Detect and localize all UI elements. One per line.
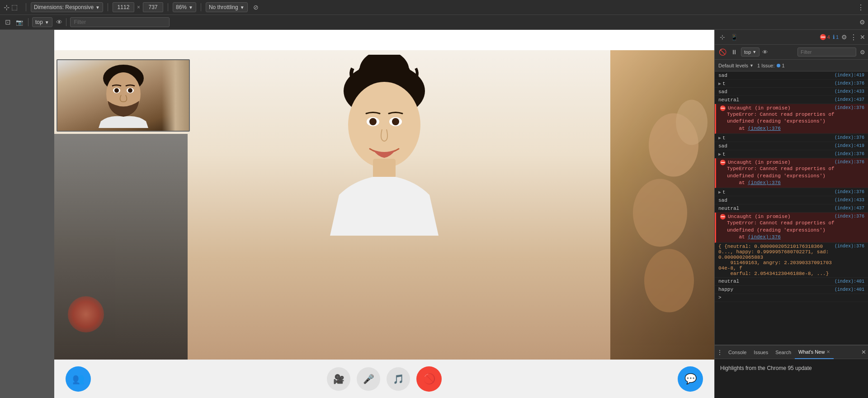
control-bar: 👥 🎥 🎤 🎵 🚫	[54, 360, 714, 398]
devtools-close-icon[interactable]: ✕	[860, 33, 865, 41]
visibility-icon[interactable]: 👁	[762, 49, 768, 56]
error-detail-link-2[interactable]: (index):376	[748, 180, 781, 185]
console-line: sad (index):419	[715, 71, 868, 80]
cache-icon[interactable]: ⊘	[253, 4, 259, 11]
whats-new-highlight-text: Highlights from the Chrome 95 update	[720, 365, 812, 371]
tab-issues[interactable]: Issues	[750, 346, 772, 359]
console-output[interactable]: sad (index):419 ▶ t (index):376 sad (ind…	[715, 71, 868, 345]
clear-console-icon[interactable]: 🚫	[717, 47, 727, 57]
inspect-icon[interactable]: ⬚	[11, 3, 18, 11]
whats-new-close-icon[interactable]: ×	[826, 348, 830, 355]
console-link[interactable]: (index):376	[835, 135, 864, 140]
more-options-icon[interactable]: ⋮	[857, 3, 864, 12]
console-error-link[interactable]: (index):376	[835, 105, 864, 110]
settings-icon[interactable]: ⚙	[859, 19, 865, 26]
console-line: ▶ t (index):376	[715, 150, 868, 158]
console-link[interactable]: (index):433	[835, 198, 864, 203]
svg-point-5	[369, 118, 377, 125]
zoom-dropdown[interactable]: 86% ▼	[173, 2, 196, 12]
error-detail-link-3[interactable]: (index):376	[748, 234, 781, 240]
expand-arrow-icon[interactable]: ▶	[718, 190, 721, 195]
console-link[interactable]: (index):376	[835, 81, 864, 86]
console-line: neutral (index):437	[715, 96, 868, 104]
top-position-dropdown[interactable]: top ▼	[741, 47, 760, 57]
position-label: top	[35, 19, 43, 25]
error-indicator[interactable]: ⛔ 4	[820, 34, 830, 40]
expand-arrow-icon[interactable]: ▶	[718, 81, 721, 86]
dimension-x-separator: ×	[137, 4, 140, 10]
tab-console[interactable]: Console	[725, 346, 750, 359]
console-line: ▶ t (index):376	[715, 134, 868, 142]
console-error-header-2: ⛔ Uncaught (in promise) (index):376	[720, 160, 864, 166]
end-call-button[interactable]: 🚫	[416, 366, 442, 392]
add-user-button[interactable]: 👥	[66, 366, 91, 392]
console-levels-bar: Default levels ▼ 1 Issue: 1	[715, 60, 868, 71]
svg-point-9	[633, 179, 687, 247]
warning-indicator[interactable]: ℹ 1	[833, 34, 839, 40]
console-settings-icon[interactable]: ⚙	[860, 49, 865, 56]
console-link[interactable]: (index):376	[835, 190, 864, 194]
capture-screenshot-icon[interactable]: 📷	[14, 17, 24, 27]
camera-button[interactable]: 🎥	[327, 367, 350, 391]
whats-new-content: Highlights from the Chrome 95 update	[715, 359, 868, 376]
expand-arrow-icon[interactable]: ▶	[718, 135, 721, 141]
console-toolbar: 🚫 ⏸ top ▼ 👁 ⚙	[715, 45, 868, 60]
mic-button[interactable]: 🎤	[357, 367, 380, 391]
console-error-link-3[interactable]: (index):376	[835, 214, 864, 219]
console-link[interactable]: (index):401	[835, 287, 864, 292]
height-input[interactable]	[143, 2, 163, 12]
issue-indicator[interactable]: 1 Issue: 1	[757, 63, 785, 68]
stop-on-uncaught-icon[interactable]: ⏸	[729, 47, 739, 57]
console-link[interactable]: (index):376	[835, 152, 864, 156]
add-user-icon: 👥	[72, 373, 85, 385]
console-link[interactable]: (index):433	[835, 89, 864, 94]
toolbar-left-icons: ⊹ ⬚	[4, 3, 18, 12]
console-line: sad (index):433	[715, 196, 868, 204]
mic-icon: 🎤	[363, 374, 374, 384]
console-link[interactable]: (index):401	[835, 279, 864, 284]
eye-icon[interactable]: 👁	[56, 19, 62, 26]
responsive-toolbar: ⊹ ⬚ Dimensions: Responsive ▼ × 86% ▼ No …	[0, 0, 868, 15]
console-error-detail-2: TypeError: Cannot read properties of und…	[720, 166, 864, 186]
object-link[interactable]: (index):376	[835, 244, 864, 249]
console-line: ▶ t (index):376	[715, 80, 868, 88]
width-input[interactable]	[113, 2, 134, 12]
bottom-more-icon[interactable]: ⋮	[717, 349, 723, 356]
expand-arrow-icon[interactable]: ▶	[718, 152, 721, 157]
console-link[interactable]: (index):419	[835, 73, 864, 78]
console-link[interactable]: (index):437	[835, 206, 864, 211]
toolbar-right-icons: ⋮	[857, 3, 864, 12]
tab-search[interactable]: Search	[772, 346, 795, 359]
console-filter-input[interactable]	[797, 47, 856, 57]
throttle-dropdown[interactable]: No throttling ▼	[206, 2, 248, 12]
console-link[interactable]: (index):437	[835, 97, 864, 102]
object-text[interactable]: { {neutral: 0.0000002052101763183600...,…	[718, 244, 833, 276]
music-button[interactable]: 🎵	[387, 367, 410, 391]
pointer-icon[interactable]: ⊹	[4, 3, 9, 12]
console-text: neutral	[718, 206, 739, 211]
devtools-more-icon[interactable]: ⋮	[850, 33, 857, 42]
inspect-element-icon[interactable]: ⊹	[717, 32, 727, 42]
default-levels-label: Default levels	[718, 63, 748, 68]
default-levels-btn[interactable]: Default levels ▼	[718, 63, 754, 68]
console-error-link-2[interactable]: (index):376	[835, 160, 864, 165]
chat-icon: 💬	[684, 373, 697, 385]
music-icon: 🎵	[393, 374, 404, 384]
position-dropdown[interactable]: top ▼	[32, 17, 52, 27]
filter-input[interactable]	[70, 17, 170, 27]
svg-point-11	[676, 100, 708, 145]
device-toggle-icon[interactable]: 📱	[729, 32, 739, 42]
man-face-svg	[96, 62, 151, 128]
whats-new-tabbar: ⋮ Console Issues Search What's New	[715, 346, 868, 359]
dimensions-dropdown[interactable]: Dimensions: Responsive ▼	[31, 2, 103, 12]
console-line: happy (index):401	[715, 286, 868, 294]
close-panel-icon[interactable]: ✕	[861, 349, 866, 355]
devtools-settings-icon[interactable]: ⚙	[841, 33, 847, 41]
rotate-icon[interactable]: ⊡	[3, 17, 13, 27]
error-detail-link[interactable]: (index):376	[748, 126, 781, 131]
dimensions-label: Dimensions: Responsive	[34, 4, 94, 10]
console-link[interactable]: (index):419	[835, 143, 864, 148]
chat-button[interactable]: 💬	[678, 366, 703, 392]
tab-whats-new[interactable]: What's New ×	[795, 346, 834, 359]
console-text: neutral	[718, 97, 739, 103]
